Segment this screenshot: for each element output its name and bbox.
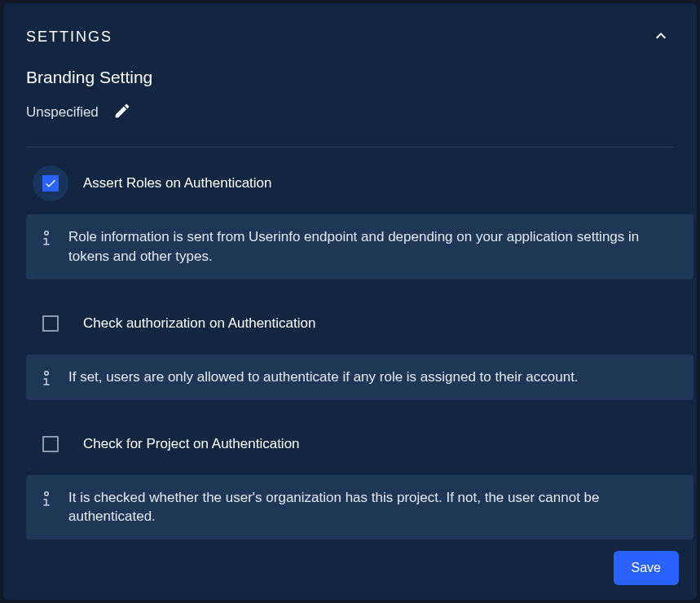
option-assert-roles: Assert Roles on Authentication Role info… xyxy=(3,165,697,279)
branding-value: Unspecified xyxy=(26,104,99,121)
check-icon xyxy=(44,176,57,191)
info-box: It is checked whether the user's organiz… xyxy=(26,475,693,540)
checkbox-check-authorization[interactable] xyxy=(42,315,59,332)
info-text: It is checked whether the user's organiz… xyxy=(68,488,677,527)
branding-value-row: Unspecified xyxy=(26,100,674,124)
pencil-icon xyxy=(113,102,131,122)
save-button[interactable]: Save xyxy=(614,551,679,585)
svg-point-0 xyxy=(45,231,48,235)
info-text: If set, users are only allowed to authen… xyxy=(68,368,579,387)
footer: Save xyxy=(614,551,679,585)
info-box: Role information is sent from Userinfo e… xyxy=(26,214,693,279)
info-icon xyxy=(39,368,54,387)
divider xyxy=(26,147,674,147)
svg-point-2 xyxy=(45,491,48,495)
collapse-button[interactable] xyxy=(648,23,674,51)
option-label: Check authorization on Authentication xyxy=(83,315,315,332)
branding-title: Branding Setting xyxy=(26,68,674,87)
checkbox-wrap xyxy=(33,165,68,201)
edit-branding-button[interactable] xyxy=(112,100,133,124)
option-row: Assert Roles on Authentication xyxy=(3,165,697,201)
info-icon xyxy=(39,488,54,508)
panel-header: SETTINGS xyxy=(3,3,697,51)
checkbox-check-project[interactable] xyxy=(42,436,59,452)
option-check-authorization: Check authorization on Authentication If… xyxy=(3,306,697,400)
settings-panel: SETTINGS Branding Setting Unspecified xyxy=(3,3,697,600)
option-label: Check for Project on Authentication xyxy=(83,436,300,452)
chevron-up-icon xyxy=(651,26,671,48)
option-row: Check for Project on Authentication xyxy=(3,426,697,462)
checkbox-assert-roles[interactable] xyxy=(42,175,59,191)
svg-point-1 xyxy=(45,371,48,374)
checkbox-wrap xyxy=(33,306,68,341)
info-icon xyxy=(39,227,54,247)
option-row: Check authorization on Authentication xyxy=(3,306,697,341)
branding-section: Branding Setting Unspecified xyxy=(3,51,697,124)
info-text: Role information is sent from Userinfo e… xyxy=(68,227,677,266)
info-box: If set, users are only allowed to authen… xyxy=(26,354,693,400)
checkbox-wrap xyxy=(33,426,68,462)
panel-title: SETTINGS xyxy=(26,29,112,46)
option-label: Assert Roles on Authentication xyxy=(83,175,272,191)
option-check-project: Check for Project on Authentication It i… xyxy=(3,426,697,540)
